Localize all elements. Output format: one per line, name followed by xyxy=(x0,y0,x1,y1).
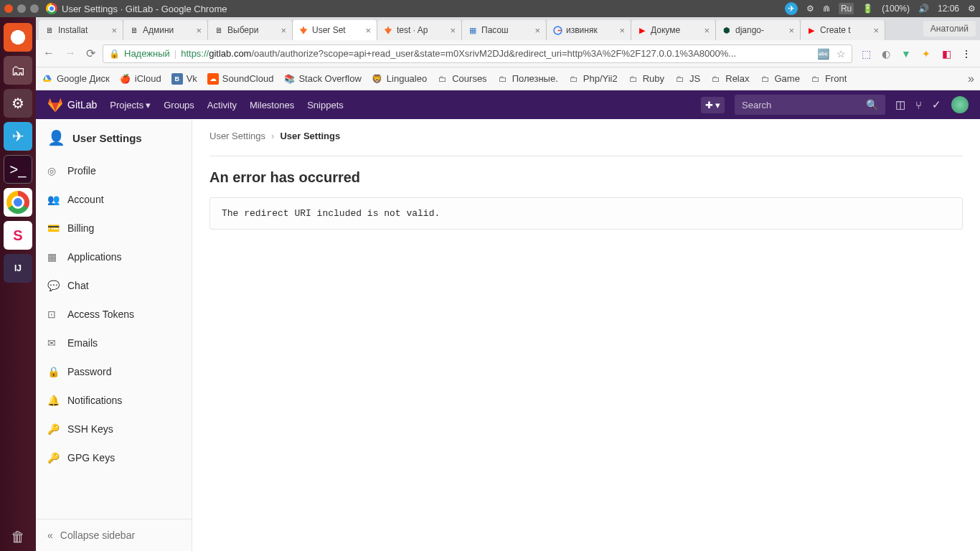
sidebar-item-notifications[interactable]: 🔔Notifications xyxy=(36,386,192,415)
dock-intellij-icon[interactable]: IJ xyxy=(4,254,32,283)
user-icon: 👤 xyxy=(47,129,65,146)
chrome-menu-icon[interactable]: ⋮ xyxy=(960,47,973,60)
search-input[interactable] xyxy=(742,100,866,110)
bookmark-folder[interactable]: 🗀JS xyxy=(674,73,700,85)
tab-close-icon[interactable]: × xyxy=(450,25,456,36)
translate-icon[interactable]: 🔤 xyxy=(817,48,829,60)
tab-close-icon[interactable]: × xyxy=(619,25,625,36)
bookmark-item[interactable]: BVk xyxy=(171,73,197,85)
browser-tab[interactable]: ⬢django-× xyxy=(716,20,801,40)
window-title: User Settings · GitLab - Google Chrome xyxy=(62,4,227,14)
sidebar-item-gpg-keys[interactable]: 🔑GPG Keys xyxy=(36,443,192,472)
tab-close-icon[interactable]: × xyxy=(873,25,879,36)
bookmark-folder[interactable]: 🗀Ruby xyxy=(628,73,664,85)
nav-snippets[interactable]: Snippets xyxy=(307,100,344,110)
dock-trash-icon[interactable]: 🗑 xyxy=(4,522,32,551)
window-maximize-button[interactable] xyxy=(30,4,39,13)
user-avatar[interactable] xyxy=(951,96,969,113)
dock-terminal-icon[interactable]: >_ xyxy=(4,155,32,184)
tab-close-icon[interactable]: × xyxy=(111,25,117,36)
merge-requests-icon[interactable]: ⑂ xyxy=(915,99,922,111)
nav-reload-icon[interactable]: ⟳ xyxy=(86,47,95,60)
power-indicator-icon[interactable]: ⚙ xyxy=(968,4,976,14)
nav-activity[interactable]: Activity xyxy=(207,100,237,110)
bookmark-item[interactable]: 🍎iCloud xyxy=(120,73,161,85)
gitlab-brand: GitLab xyxy=(67,99,97,110)
tab-close-icon[interactable]: × xyxy=(788,25,794,36)
bookmark-item[interactable]: Google Диск xyxy=(42,73,110,85)
url-box[interactable]: 🔒 Надежный | https://gitlab.com/oauth/au… xyxy=(103,44,852,63)
battery-indicator-icon[interactable]: 🔋 xyxy=(862,4,873,14)
dock-settings-icon[interactable]: ⚙ xyxy=(4,89,32,118)
browser-tab[interactable]: ▶Create t× xyxy=(801,20,885,40)
new-button[interactable]: ✚▾ xyxy=(701,97,725,113)
browser-tab[interactable]: test · Ap× xyxy=(377,20,462,40)
gdrive-icon xyxy=(42,73,53,85)
bookmark-folder[interactable]: 🗀Php/Yii2 xyxy=(568,73,618,85)
sidebar-item-profile[interactable]: ◎Profile xyxy=(36,156,192,185)
browser-tab-active[interactable]: User Set× xyxy=(293,20,377,40)
tab-close-icon[interactable]: × xyxy=(281,25,286,36)
collapse-sidebar-button[interactable]: « Collapse sidebar xyxy=(36,519,192,551)
ext-icon[interactable]: ⬚ xyxy=(859,47,872,60)
dock-slack-icon[interactable]: S xyxy=(4,221,32,250)
ext-icon[interactable]: ◐ xyxy=(880,47,892,60)
sidebar-item-applications[interactable]: ▦Applications xyxy=(36,242,192,271)
browser-tab[interactable]: ▦Пасош× xyxy=(462,20,547,40)
bookmark-folder[interactable]: 🗀Courses xyxy=(437,73,486,85)
keyboard-layout-indicator[interactable]: Ru xyxy=(839,3,854,14)
nav-back-icon[interactable]: ← xyxy=(43,47,55,60)
nav-groups[interactable]: Groups xyxy=(164,100,194,110)
gitlab-sidebar: 👤 User Settings ◎Profile 👥Account 💳Billi… xyxy=(36,119,192,551)
ext-icon[interactable]: ◧ xyxy=(940,47,953,60)
tab-close-icon[interactable]: × xyxy=(704,25,710,36)
tab-close-icon[interactable]: × xyxy=(365,25,371,36)
bookmark-item[interactable]: ☁SoundCloud xyxy=(207,73,274,85)
bookmarks-overflow-icon[interactable]: » xyxy=(968,72,974,85)
dock-dash-icon[interactable] xyxy=(4,23,32,52)
nav-forward-icon[interactable]: → xyxy=(65,47,76,60)
sidebar-item-billing[interactable]: 💳Billing xyxy=(36,214,192,242)
ext-icon[interactable]: ✦ xyxy=(920,47,933,60)
dock-chrome-icon[interactable] xyxy=(4,188,32,217)
sidebar-item-ssh-keys[interactable]: 🔑SSH Keys xyxy=(36,415,192,443)
window-close-button[interactable] xyxy=(4,4,13,13)
wifi-indicator-icon[interactable]: ⋒ xyxy=(823,4,830,14)
bookmark-folder[interactable]: 🗀Relax xyxy=(710,73,749,85)
gitlab-icon xyxy=(298,25,308,35)
nav-projects[interactable]: Projects ▾ xyxy=(110,100,151,110)
dock-files-icon[interactable]: 🗂 xyxy=(4,56,32,85)
sidebar-item-password[interactable]: 🔒Password xyxy=(36,357,192,386)
bookmark-folder[interactable]: 🗀Полезные. xyxy=(497,73,558,85)
browser-tab[interactable]: 🗎Installat× xyxy=(39,20,123,40)
telegram-indicator-icon[interactable]: ✈ xyxy=(785,2,798,15)
browser-tab[interactable]: ▶Докуме× xyxy=(631,20,716,40)
tab-close-icon[interactable]: × xyxy=(196,25,202,36)
tab-close-icon[interactable]: × xyxy=(534,25,540,36)
issues-icon[interactable]: ◫ xyxy=(895,98,905,111)
browser-tab[interactable]: извиняк× xyxy=(547,20,631,40)
sidebar-item-account[interactable]: 👥Account xyxy=(36,185,192,214)
nav-milestones[interactable]: Milestones xyxy=(250,100,294,110)
sidebar-item-access-tokens[interactable]: ⊡Access Tokens xyxy=(36,300,192,329)
bookmark-star-icon[interactable]: ☆ xyxy=(837,48,846,60)
gitlab-logo[interactable]: GitLab xyxy=(47,97,97,113)
bookmark-folder[interactable]: 🗀Front xyxy=(810,73,847,85)
browser-tab[interactable]: 🗎Админи× xyxy=(123,20,208,40)
breadcrumb-parent[interactable]: User Settings xyxy=(209,131,265,141)
sidebar-item-chat[interactable]: 💬Chat xyxy=(36,271,192,300)
search-box[interactable]: 🔍 xyxy=(735,95,885,115)
ext-vue-icon[interactable]: ▼ xyxy=(900,47,913,60)
chevron-down-icon: ▾ xyxy=(715,100,720,110)
dock-telegram-icon[interactable]: ✈ xyxy=(4,122,32,151)
sidebar-item-emails[interactable]: ✉Emails xyxy=(36,329,192,357)
browser-tab[interactable]: 🗎Выбери× xyxy=(208,20,293,40)
volume-indicator-icon[interactable]: 🔊 xyxy=(918,4,929,14)
settings-indicator-icon[interactable]: ⚙ xyxy=(806,4,814,14)
window-minimize-button[interactable] xyxy=(17,4,26,13)
bookmark-folder[interactable]: 🗀Game xyxy=(760,73,800,85)
bookmark-item[interactable]: 🦁Lingualeo xyxy=(372,73,427,85)
bookmark-item[interactable]: 📚Stack Overflow xyxy=(283,73,361,85)
chrome-profile-badge[interactable]: Анатолий xyxy=(923,21,976,37)
todos-icon[interactable]: ✓ xyxy=(932,98,941,111)
